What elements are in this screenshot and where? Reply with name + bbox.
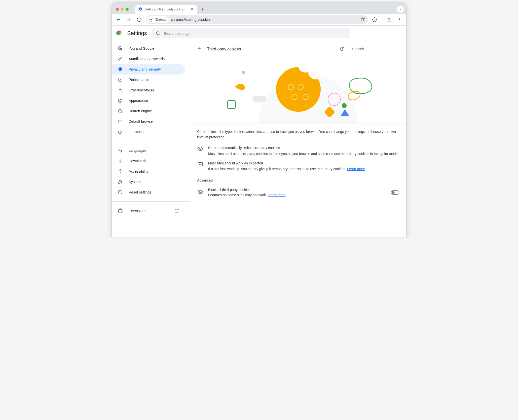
tab-overflow-button[interactable]: [397, 6, 404, 13]
svg-point-12: [120, 99, 120, 100]
svg-point-14: [118, 109, 121, 112]
sidebar-divider: [112, 201, 190, 202]
extensions-button[interactable]: [370, 15, 379, 24]
svg-rect-26: [252, 96, 266, 102]
svg-point-16: [120, 169, 120, 170]
main-panel: Third-party cookies: [190, 41, 406, 237]
svg-point-28: [342, 103, 347, 108]
search-icon: [118, 109, 123, 114]
browser-tab[interactable]: Settings - Third-party cookies: [135, 5, 197, 14]
translate-icon: [118, 148, 123, 153]
sidebar-item-experimental-ai[interactable]: Experimental AI: [112, 85, 185, 95]
sidebar-item-on-startup[interactable]: On startup: [112, 127, 185, 137]
hero-illustration: [190, 57, 406, 124]
learn-more-link[interactable]: Learn more: [347, 167, 365, 171]
advanced-heading: Advanced: [190, 174, 406, 184]
google-g-icon: [118, 46, 123, 51]
window-icon: [118, 119, 123, 124]
sidebar-item-label: Autofill and passwords: [129, 57, 165, 61]
sidebar-item-label: Search engine: [129, 109, 152, 113]
sidebar-item-search-engine[interactable]: Search engine: [112, 106, 185, 116]
tab-strip: Settings - Third-party cookies: [112, 3, 406, 14]
sidebar-item-default-browser[interactable]: Default browser: [112, 116, 185, 127]
sidebar-item-languages[interactable]: Languages: [112, 145, 185, 156]
svg-point-4: [399, 19, 400, 20]
maximize-window-button[interactable]: [126, 8, 129, 11]
reload-button[interactable]: [135, 15, 144, 24]
svg-point-3: [399, 18, 400, 18]
back-arrow-button[interactable]: [197, 46, 202, 52]
reset-icon: [118, 190, 123, 195]
site-chip-label: Chrome: [155, 18, 166, 21]
url-text: chrome://settings/cookies: [171, 18, 358, 22]
block-all-title: Block all third-party cookies: [208, 187, 386, 192]
menu-button[interactable]: [395, 15, 404, 24]
intro-section: Chrome limits the type of information si…: [190, 124, 406, 140]
svg-point-10: [118, 59, 120, 60]
info1-body: Most sites can't use third-party cookies…: [208, 152, 399, 156]
search-icon: [155, 31, 160, 36]
sidebar-item-you-and-google[interactable]: You and Google: [112, 43, 185, 54]
checkbox-icon: [197, 161, 203, 168]
block-all-body: Features on some sites may not work.: [208, 193, 268, 197]
browser-window: Settings - Third-party cookies: [111, 2, 407, 237]
app-header: Settings: [112, 26, 406, 41]
sidebar-item-label: Default browser: [129, 119, 154, 123]
site-chip[interactable]: Chrome: [147, 16, 169, 23]
sidebar-item-accessibility[interactable]: Accessibility: [112, 166, 185, 177]
minimize-window-button[interactable]: [121, 8, 124, 11]
sparkle-icon: [118, 88, 123, 93]
block-all-toggle[interactable]: [391, 190, 399, 195]
sidebar: You and Google Autofill and passwords Pr…: [112, 41, 190, 237]
help-button[interactable]: [340, 46, 345, 52]
setting-block-all-cookies: Block all third-party cookies Features o…: [190, 184, 406, 201]
browser-toolbar: Chrome chrome://settings/cookies: [112, 14, 406, 26]
sidebar-item-privacy-security[interactable]: Privacy and security: [112, 64, 185, 75]
profile-button[interactable]: [385, 15, 393, 24]
learn-more-link[interactable]: Learn more: [268, 193, 286, 197]
global-search[interactable]: [151, 28, 350, 38]
sidebar-item-label: Privacy and security: [129, 67, 161, 71]
sidebar-item-label: Downloads: [129, 159, 147, 163]
address-bar[interactable]: Chrome chrome://settings/cookies: [146, 15, 368, 24]
eye-off-icon: [197, 146, 203, 153]
info2-body: If a site isn't working, you can try giv…: [208, 167, 346, 171]
new-tab-button[interactable]: [199, 6, 206, 13]
svg-point-13: [121, 100, 121, 101]
wrench-icon: [118, 179, 123, 184]
close-tab-button[interactable]: [189, 6, 195, 12]
page-search[interactable]: [350, 46, 399, 52]
sidebar-item-appearance[interactable]: Appearance: [112, 95, 185, 106]
back-button[interactable]: [114, 15, 123, 24]
sidebar-item-label: Reset settings: [129, 190, 151, 194]
sidebar-item-system[interactable]: System: [112, 177, 185, 187]
sidebar-item-downloads[interactable]: Downloads: [112, 156, 185, 166]
sidebar-item-autofill[interactable]: Autofill and passwords: [112, 54, 185, 64]
toolbar-separator: [382, 17, 382, 22]
info2-title: Most sites should work as expected: [208, 161, 399, 166]
accessibility-icon: [118, 169, 123, 174]
speedometer-icon: [118, 77, 123, 82]
svg-point-2: [388, 18, 390, 20]
download-icon: [118, 158, 123, 163]
sidebar-item-extensions[interactable]: Extensions: [112, 206, 185, 216]
close-window-button[interactable]: [116, 8, 119, 11]
sidebar-item-label: Performance: [129, 78, 149, 82]
sidebar-item-performance[interactable]: Performance: [112, 75, 185, 85]
sidebar-item-label: Experimental AI: [129, 88, 154, 92]
sidebar-item-reset-settings[interactable]: Reset settings: [112, 187, 185, 197]
svg-point-18: [342, 49, 342, 50]
global-search-input[interactable]: [163, 31, 346, 36]
info1-title: Chrome automatically limits third-party …: [208, 145, 399, 151]
app-title: Settings: [127, 30, 147, 37]
sidebar-divider: [112, 141, 190, 141]
svg-point-11: [119, 100, 120, 101]
svg-point-1: [150, 19, 152, 20]
shield-icon: [118, 67, 123, 72]
intro-text: Chrome limits the type of information si…: [197, 129, 399, 140]
forward-button[interactable]: [125, 15, 133, 24]
bookmark-button[interactable]: [358, 17, 367, 22]
svg-rect-25: [227, 101, 235, 109]
open-in-new-icon: [175, 208, 179, 214]
page-search-input[interactable]: [352, 46, 400, 51]
